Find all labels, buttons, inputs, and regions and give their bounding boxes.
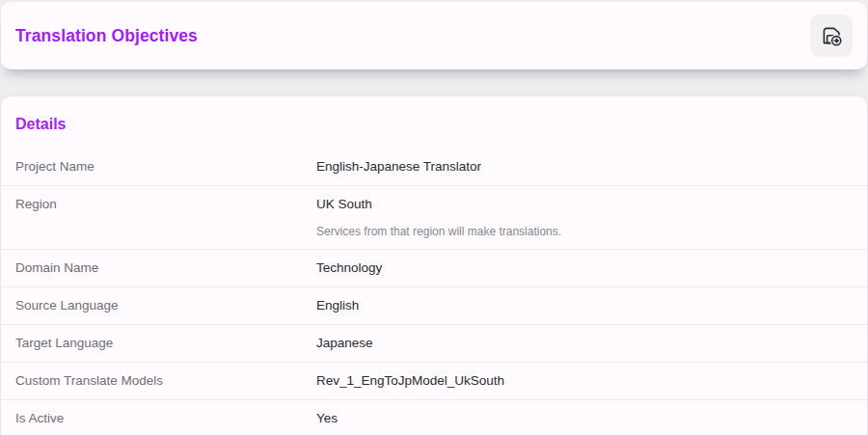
- row-label: Region: [15, 196, 316, 213]
- row-value: Technology: [316, 259, 382, 277]
- row-label: Source Language: [15, 297, 316, 314]
- row-value-group: UK South Services from that region will …: [316, 196, 561, 239]
- details-heading: Details: [1, 96, 867, 149]
- row-label: Target Language: [15, 335, 316, 352]
- row-value: Japanese: [316, 335, 373, 352]
- detail-row-region: Region UK South Services from that regio…: [1, 185, 867, 249]
- row-value: UK South: [316, 196, 561, 213]
- row-label: Is Active: [15, 410, 316, 427]
- row-label: Project Name: [15, 158, 316, 176]
- detail-row-project-name: Project Name English-Japanese Translator: [1, 149, 867, 185]
- details-card: Details Project Name English-Japanese Tr…: [1, 96, 867, 435]
- row-value: Yes: [316, 410, 338, 427]
- row-label: Custom Translate Models: [15, 372, 316, 390]
- save-button[interactable]: [810, 14, 853, 57]
- row-value: English-Japanese Translator: [316, 158, 481, 176]
- detail-row-is-active: Is Active Yes: [1, 399, 867, 435]
- detail-row-target-language: Target Language Japanese: [1, 324, 867, 362]
- row-value: Rev_1_EngToJpModel_UkSouth: [316, 372, 504, 390]
- detail-row-custom-translate-models: Custom Translate Models Rev_1_EngToJpMod…: [1, 362, 867, 399]
- header-card: Translation Objectives: [1, 2, 867, 69]
- detail-row-domain-name: Domain Name Technology: [1, 249, 867, 286]
- row-helper-text: Services from that region will make tran…: [316, 224, 561, 239]
- save-export-icon: [819, 23, 844, 48]
- row-value: English: [316, 297, 359, 314]
- page-title: Translation Objectives: [15, 26, 198, 46]
- detail-row-source-language: Source Language English: [1, 286, 867, 324]
- row-label: Domain Name: [15, 259, 316, 277]
